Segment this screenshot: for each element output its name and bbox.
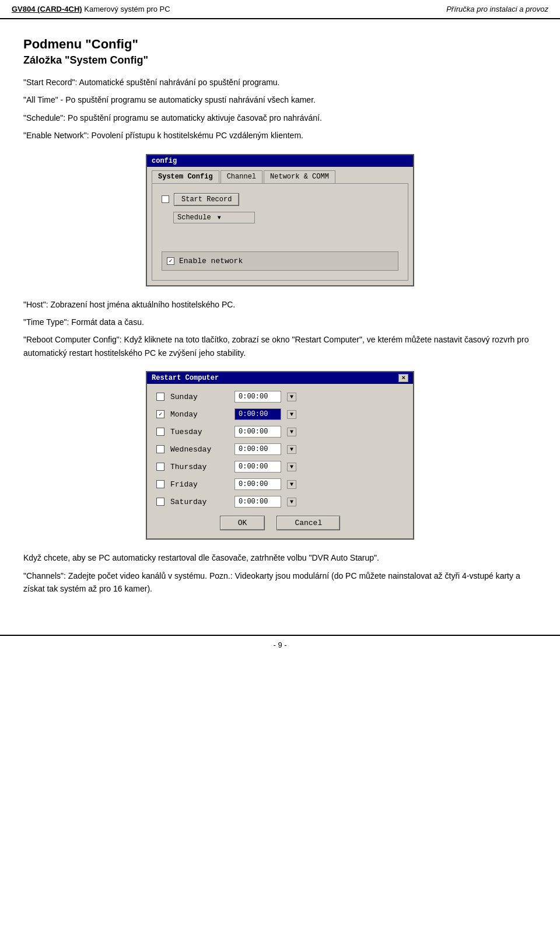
start-record-row: Start Record xyxy=(162,193,398,206)
config-dialog-titlebar: config xyxy=(147,155,413,167)
thursday-checkbox[interactable] xyxy=(156,463,164,471)
restart-dialog-titlebar: Restart Computer × xyxy=(147,372,413,384)
saturday-time[interactable]: 0:00:00 xyxy=(235,496,281,508)
paragraph-3: "Schedule": Po spuštění programu se auto… xyxy=(23,111,537,124)
footer-paragraph-1: Když chcete, aby se PC automaticky resta… xyxy=(23,551,537,564)
paragraph-2: "All Time" - Po spuštění programu se aut… xyxy=(23,93,537,106)
monday-time[interactable]: 0:00:00 xyxy=(235,408,281,420)
start-record-button[interactable]: Start Record xyxy=(174,193,239,206)
friday-label: Friday xyxy=(170,480,229,489)
start-record-checkbox[interactable] xyxy=(162,195,169,203)
product-code: GV804 (CARD-4CH) xyxy=(12,5,82,13)
sunday-time-arrow-icon[interactable]: ▼ xyxy=(287,393,296,401)
saturday-checkbox[interactable] xyxy=(156,498,164,506)
tab-channel[interactable]: Channel xyxy=(220,170,262,183)
friday-time[interactable]: 0:00:00 xyxy=(235,478,281,490)
wednesday-label: Wednesday xyxy=(170,445,229,454)
monday-time-arrow-icon[interactable]: ▼ xyxy=(287,410,296,419)
friday-time-arrow-icon[interactable]: ▼ xyxy=(287,480,296,489)
config-dialog-tabs: System Config Channel Network & COMM xyxy=(147,167,413,183)
section-title: Podmenu "Config" xyxy=(23,37,537,52)
thursday-time-arrow-icon[interactable]: ▼ xyxy=(287,463,296,471)
page-header: GV804 (CARD-4CH) Kamerový systém pro PC … xyxy=(0,0,560,19)
dropdown-arrow-icon: ▼ xyxy=(218,215,221,221)
wednesday-time[interactable]: 0:00:00 xyxy=(235,443,281,455)
tuesday-label: Tuesday xyxy=(170,428,229,436)
day-row-tuesday: Tuesday 0:00:00 ▼ xyxy=(156,425,404,439)
enable-network-label: Enable network xyxy=(179,257,243,265)
page-content: Podmenu "Config" Záložka "System Config"… xyxy=(0,31,560,617)
tuesday-time[interactable]: 0:00:00 xyxy=(235,426,281,438)
monday-label: Monday xyxy=(170,410,229,419)
thursday-time[interactable]: 0:00:00 xyxy=(235,461,281,473)
day-row-thursday: Thursday 0:00:00 ▼ xyxy=(156,460,404,474)
restart-close-button[interactable]: × xyxy=(398,374,408,382)
schedule-row: Schedule ▼ xyxy=(173,212,398,223)
tuesday-time-arrow-icon[interactable]: ▼ xyxy=(287,428,296,436)
day-row-monday: Monday 0:00:00 ▼ xyxy=(156,407,404,421)
tab-network-comm[interactable]: Network & COMM xyxy=(264,170,335,183)
day-row-saturday: Saturday 0:00:00 ▼ xyxy=(156,495,404,509)
header-left: GV804 (CARD-4CH) Kamerový systém pro PC xyxy=(12,5,170,13)
enable-network-row: Enable network xyxy=(162,251,398,271)
restart-dialog-buttons: OK Cancel xyxy=(156,516,404,530)
tab-system-config[interactable]: System Config xyxy=(152,170,219,183)
restart-dialog: Restart Computer × Sunday 0:00:00 ▼ Mond… xyxy=(146,371,414,540)
wednesday-checkbox[interactable] xyxy=(156,445,164,453)
saturday-time-arrow-icon[interactable]: ▼ xyxy=(287,498,296,506)
sunday-label: Sunday xyxy=(170,393,229,401)
config-dialog-body: Start Record Schedule ▼ Enable network xyxy=(152,183,408,281)
paragraph-6: "Time Type": Formát data a času. xyxy=(23,316,537,328)
restart-dialog-body: Sunday 0:00:00 ▼ Monday 0:00:00 ▼ Tuesda… xyxy=(147,384,413,538)
schedule-dropdown[interactable]: Schedule ▼ xyxy=(173,212,255,223)
saturday-label: Saturday xyxy=(170,498,229,506)
enable-network-checkbox[interactable] xyxy=(167,257,174,265)
manual-title: Příručka pro instalaci a provoz xyxy=(446,5,548,13)
wednesday-time-arrow-icon[interactable]: ▼ xyxy=(287,445,296,454)
sunday-time[interactable]: 0:00:00 xyxy=(235,391,281,403)
day-row-friday: Friday 0:00:00 ▼ xyxy=(156,477,404,491)
restart-cancel-button[interactable]: Cancel xyxy=(276,516,340,530)
page-number: - 9 - xyxy=(273,641,286,649)
sunday-checkbox[interactable] xyxy=(156,393,164,401)
paragraph-1: "Start Record": Automatické spuštění nah… xyxy=(23,76,537,89)
footer-paragraph-2: "Channels": Zadejte počet video kanálů v… xyxy=(23,569,537,596)
paragraph-4: "Enable Network": Povolení přístupu k ho… xyxy=(23,129,537,142)
day-row-sunday: Sunday 0:00:00 ▼ xyxy=(156,390,404,404)
schedule-label: Schedule xyxy=(177,214,211,222)
section-subtitle: Záložka "System Config" xyxy=(23,54,537,67)
config-dialog: config System Config Channel Network & C… xyxy=(146,154,414,286)
restart-dialog-title: Restart Computer xyxy=(152,374,219,382)
page-footer: - 9 - xyxy=(0,635,560,654)
tuesday-checkbox[interactable] xyxy=(156,428,164,436)
friday-checkbox[interactable] xyxy=(156,480,164,488)
paragraph-5: "Host": Zobrazení host jména aktuálního … xyxy=(23,298,537,311)
monday-checkbox[interactable] xyxy=(156,410,164,418)
thursday-label: Thursday xyxy=(170,463,229,471)
restart-ok-button[interactable]: OK xyxy=(220,516,265,530)
day-row-wednesday: Wednesday 0:00:00 ▼ xyxy=(156,442,404,456)
paragraph-7: "Reboot Computer Config": Když kliknete … xyxy=(23,333,537,359)
product-desc: Kamerový systém pro PC xyxy=(84,5,170,13)
